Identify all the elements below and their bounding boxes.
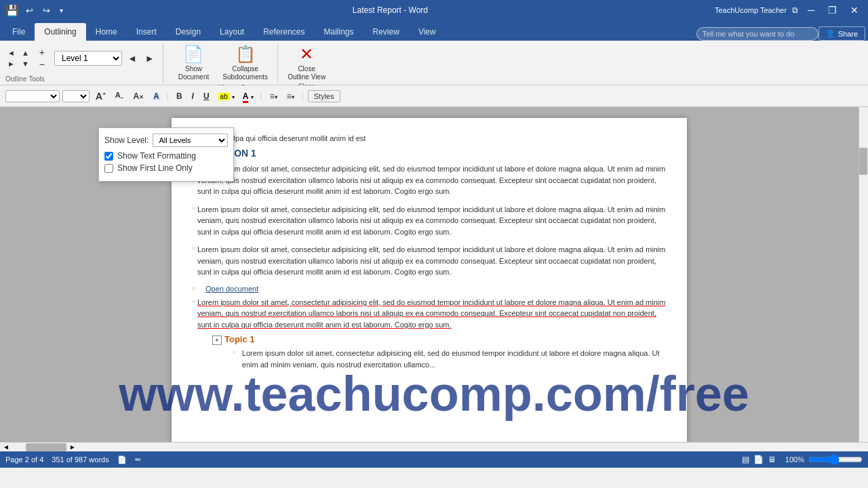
share-button[interactable]: 👤 Share (818, 26, 865, 41)
tab-file[interactable]: File (3, 23, 35, 41)
minimize-btn[interactable]: ─ (804, 3, 818, 17)
track-changes-icon: 📄 (117, 455, 127, 464)
edit-mode-icon: ✏ (135, 455, 141, 464)
topic1-expand-btn[interactable]: + (212, 336, 222, 345)
topic1-row: + Topic 1 (212, 334, 667, 345)
document-page: ○ unt in culpa qui officia deserunt moll… (172, 118, 687, 442)
lorem-text-2: Lorem ipsum dolor sit amet, consectetur … (197, 204, 667, 238)
word-icon: 💾 (5, 4, 19, 17)
collapse-btn[interactable]: − (37, 59, 47, 70)
formatting-toolbar: A+ A− A✕ A | B I U ab ▾ A ▾ | ≡▾ ≡▾ | St… (0, 85, 868, 107)
tab-home[interactable]: Home (86, 23, 127, 41)
title-bar-left: 💾 ↩ ↪ ▾ (5, 4, 66, 17)
tab-insert[interactable]: Insert (127, 23, 166, 41)
web-view-btn[interactable]: 🖥 (768, 455, 776, 464)
document-title: Latest Report - Word (66, 5, 715, 15)
level-next-btn[interactable]: ► (142, 52, 157, 65)
font-name-select[interactable] (5, 90, 60, 102)
tell-me-input[interactable] (696, 27, 818, 41)
tab-view[interactable]: View (409, 23, 446, 41)
read-view-btn[interactable]: ▤ (742, 455, 749, 464)
bullet-2: ○ (192, 205, 197, 211)
outline-tools-label: Outline Tools (5, 75, 157, 83)
show-document-btn[interactable]: 📄 ShowDocument (174, 43, 214, 83)
clear-formatting-btn[interactable]: A✕ (130, 90, 147, 102)
tab-review[interactable]: Review (363, 23, 409, 41)
move-down-btn[interactable]: ▼ (20, 59, 31, 68)
show-level-label: Show Level: (104, 136, 149, 145)
section1-heading: ⊹ SECTION 1 (192, 146, 667, 159)
bullet-topic: ○ (233, 349, 242, 355)
move-up-btn[interactable]: ▲ (20, 48, 31, 58)
collapse-subdocuments-btn[interactable]: 📋 CollapseSubdocuments (218, 43, 272, 83)
topic-paragraph-text: Lorem ipsum dolor sit amet, consectetur … (242, 348, 667, 370)
collapse-subdocs-icon: 📋 (235, 45, 256, 64)
topic1-heading: Topic 1 (224, 334, 255, 344)
title-bar-right: TeachUcomp Teacher ⧉ ─ ❐ ✕ (715, 3, 863, 17)
show-first-line-only-checkbox[interactable] (104, 164, 113, 173)
right-scrollbar[interactable] (859, 107, 868, 442)
promote-outline-btn[interactable]: ◄ (5, 48, 17, 58)
outline-level-select[interactable]: Level 1 Level 2 Level 3 Body Text (54, 51, 122, 66)
tab-mailings[interactable]: Mailings (315, 23, 363, 41)
maximize-btn[interactable]: ❐ (824, 3, 841, 17)
show-first-line-only-label[interactable]: Show First Line Only (117, 163, 193, 173)
tab-references[interactable]: References (254, 23, 314, 41)
redo-btn[interactable]: ↪ (40, 4, 53, 17)
font-color-btn[interactable]: A ▾ (240, 90, 256, 102)
word-count: 351 of 987 words (52, 455, 108, 464)
title-bar: 💾 ↩ ↪ ▾ Latest Report - Word TeachUcomp … (0, 0, 868, 20)
lorem-row-1: ○ Lorem ipsum dolor sit amet, consectetu… (192, 163, 667, 200)
restore-window-icon[interactable]: ⧉ (792, 5, 798, 15)
tab-design[interactable]: Design (166, 23, 210, 41)
numbering-btn[interactable]: ≡▾ (283, 90, 298, 102)
close-btn[interactable]: ✕ (846, 3, 863, 17)
toolbar-area: A+ A− A✕ A | B I U ab ▾ A ▾ | ≡▾ ≡▾ | St… (0, 85, 868, 107)
customize-qa-btn[interactable]: ▾ (57, 5, 66, 16)
bold-btn[interactable]: B (173, 90, 186, 102)
show-document-icon: 📄 (183, 45, 203, 64)
close-outline-view-btn[interactable]: ✕ CloseOutline View (283, 43, 330, 83)
grow-font-btn[interactable]: A+ (92, 89, 109, 103)
h-scroll-thumb[interactable] (26, 443, 66, 451)
show-level-dropdown: Show Level: All Levels Level 1 Level 2 S… (98, 127, 234, 182)
zoom-slider[interactable] (808, 457, 863, 462)
undo-btn[interactable]: ↩ (23, 4, 36, 17)
shrink-font-btn[interactable]: A− (112, 89, 127, 102)
open-document-link[interactable]: Open document (205, 285, 258, 293)
topic-paragraph-row: ○ Lorem ipsum dolor sit amet, consectetu… (233, 348, 667, 373)
horizontal-scrollbar[interactable]: ◄ ► (0, 442, 868, 451)
scroll-right-btn[interactable]: ► (66, 443, 79, 451)
pre-text-row: ○ unt in culpa qui officia deserunt moll… (192, 134, 667, 142)
ribbon: File Outlining Home Insert Design Layout… (0, 20, 868, 85)
expand-btn[interactable]: + (37, 47, 47, 58)
lorem-row-2: ○ Lorem ipsum dolor sit amet, consectetu… (192, 204, 667, 241)
scroll-left-btn[interactable]: ◄ (0, 443, 12, 451)
user-name: TeachUcomp Teacher (715, 6, 787, 14)
demote-outline-btn[interactable]: ► (5, 59, 17, 68)
show-text-formatting-checkbox[interactable] (104, 152, 113, 161)
close-icon: ✕ (300, 45, 313, 64)
share-icon: 👤 (826, 29, 835, 38)
bullet-link: ○ (192, 285, 205, 291)
open-document-row: ○ Open document (192, 285, 667, 293)
level-prev-btn[interactable]: ◄ (125, 52, 140, 65)
scrollbar-thumb[interactable] (859, 148, 867, 175)
ribbon-tabs: File Outlining Home Insert Design Layout… (0, 20, 868, 41)
tab-layout[interactable]: Layout (210, 23, 254, 41)
show-text-formatting-label[interactable]: Show Text Formatting (117, 151, 196, 161)
tab-outlining[interactable]: Outlining (35, 23, 85, 41)
highlight-btn[interactable]: ab ▾ (216, 91, 237, 102)
status-right: ▤ 📄 🖥 100% (742, 455, 863, 464)
bullets-btn[interactable]: ≡▾ (267, 90, 281, 102)
italic-btn[interactable]: I (189, 90, 197, 102)
status-left: Page 2 of 4 351 of 987 words 📄 ✏ (5, 455, 141, 464)
styles-btn[interactable]: Styles (308, 90, 340, 102)
lorem-text-3: Lorem ipsum dolor sit amet, consectetur … (197, 244, 667, 278)
font-size-select[interactable] (62, 90, 90, 102)
underline-btn[interactable]: U (200, 90, 213, 102)
text-effects-btn[interactable]: A (150, 90, 163, 102)
status-bar: Page 2 of 4 351 of 987 words 📄 ✏ ▤ 📄 🖥 1… (0, 451, 868, 468)
print-view-btn[interactable]: 📄 (753, 455, 764, 464)
show-level-select[interactable]: All Levels Level 1 Level 2 (153, 134, 228, 147)
